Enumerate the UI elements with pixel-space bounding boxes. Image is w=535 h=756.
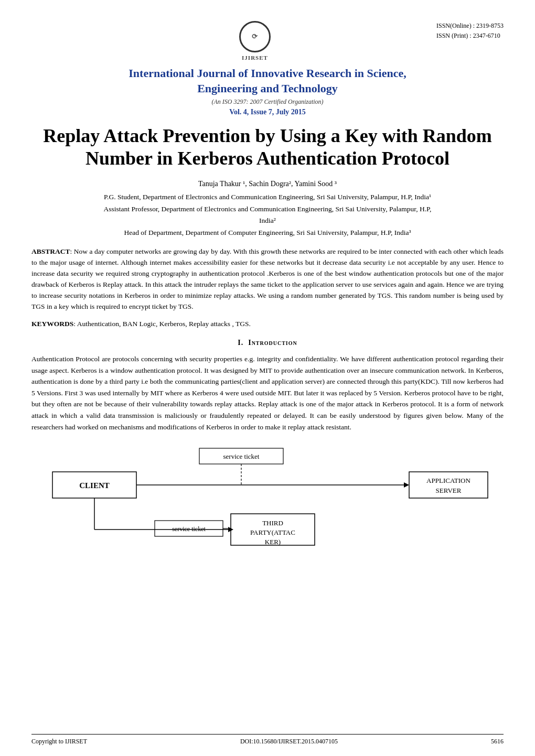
page: ⟳ IJIRSET ISSN(Online) : 2319-8753 ISSN … [0,0,535,756]
logo-circle: ⟳ [239,21,271,52]
footer-page: 5616 [491,738,504,746]
issn-print: ISSN (Print) : 2347-6710 [436,31,504,41]
svg-text:CLIENT: CLIENT [79,481,110,490]
footer: Copyright to IJIRSET DOI:10.15680/IJIRSE… [31,734,504,746]
issn-print-value: : 2347-6710 [469,32,500,39]
affiliation-1: P.G. Student, Department of Electronics … [31,191,504,203]
abstract-text: : Now a day computer networks are growin… [31,247,504,310]
issn-online: ISSN(Online) : 2319-8753 [436,21,504,31]
svg-text:THIRD: THIRD [262,519,283,527]
issn-print-label: ISSN (Print) [436,32,468,39]
header: ⟳ IJIRSET ISSN(Online) : 2319-8753 ISSN … [31,21,504,61]
journal-title: International Journal of Innovative Rese… [31,66,504,96]
affiliation-3: Head of Department, Department of Comput… [31,227,504,239]
abstract: ABSTRACT: Now a day computer networks ar… [31,246,504,312]
svg-text:service ticket: service ticket [223,452,260,460]
journal-title-line2: Engineering and Technology [197,82,338,95]
authors: Tanuja Thakur ¹, Sachin Dogra², Yamini S… [31,180,504,188]
issn-online-value: : 2319-8753 [473,22,504,29]
section1-heading: I. Introduction [31,339,504,347]
journal-logo: ⟳ IJIRSET [239,21,271,61]
affiliation-2: Assistant Professor, Department of Elect… [31,203,504,215]
journal-volume: Vol. 4, Issue 7, July 2015 [31,108,504,116]
diagram-svg: service ticket CLIENT APPLICATION SERVER… [31,443,504,548]
paper-title: Replay Attack Prevention by Using a Key … [31,125,504,170]
diagram: service ticket CLIENT APPLICATION SERVER… [31,443,504,548]
logo-name: IJIRSET [242,55,268,61]
issn-online-label: ISSN(Online) [436,22,472,29]
section1-number: I. [238,339,243,347]
issn-block: ISSN(Online) : 2319-8753 ISSN (Print) : … [436,21,504,41]
affiliation-2b: India² [31,215,504,227]
journal-subtitle: (An ISO 3297: 2007 Certified Organizatio… [31,98,504,106]
svg-text:SERVER: SERVER [436,487,462,494]
keywords-text: : Authentication, BAN Logic, Kerberos, R… [73,320,251,328]
svg-marker-3 [404,482,409,488]
svg-text:KER): KER) [265,538,281,546]
footer-doi: DOI:10.15680/IJIRSET.2015.0407105 [240,738,338,746]
svg-text:PARTY(ATTAC: PARTY(ATTAC [250,528,295,536]
logo-icon: ⟳ [252,33,258,41]
abstract-label: ABSTRACT [31,247,70,255]
keywords: KEYWORDS: Authentication, BAN Logic, Ker… [31,319,504,329]
footer-copyright: Copyright to IJIRSET [31,738,87,746]
keywords-label: KEYWORDS [31,320,73,328]
journal-title-line1: International Journal of Innovative Rese… [129,67,406,80]
svg-text:APPLICATION: APPLICATION [426,477,470,484]
section1-body: Authentication Protocol are protocols co… [31,353,504,433]
section1-title: Introduction [248,339,297,347]
svg-text:service ticket: service ticket [172,525,206,533]
affiliations: P.G. Student, Department of Electronics … [31,191,504,240]
